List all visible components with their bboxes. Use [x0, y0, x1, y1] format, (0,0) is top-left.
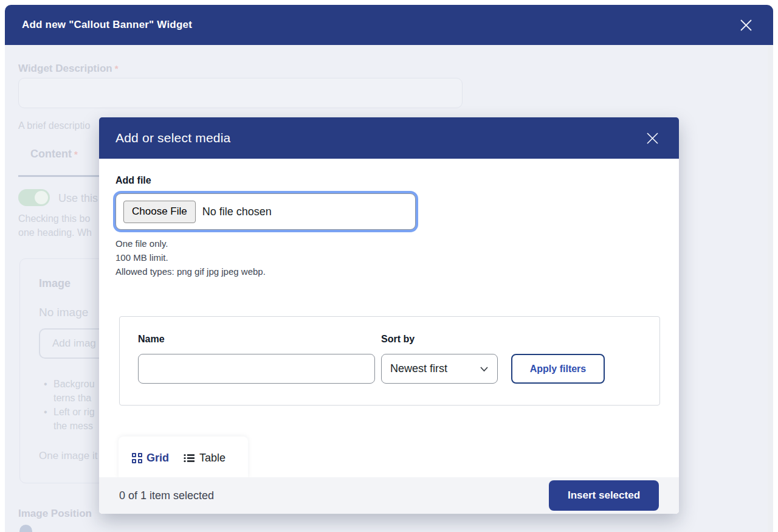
choose-file-button[interactable]: Choose File	[123, 201, 196, 223]
toggle-help-line2: one heading. Wh	[18, 227, 92, 238]
image-card-heading: Image	[39, 277, 71, 290]
grid-view-label: Grid	[146, 452, 169, 465]
radio-button	[19, 525, 32, 532]
table-view-button[interactable]: Table	[184, 452, 225, 465]
media-modal: Add or select media Add file Choose File…	[99, 117, 679, 514]
help-line: Allowed types: png gif jpg jpeg webp.	[115, 264, 266, 278]
widget-modal-title: Add new "Callout Banner" Widget	[22, 19, 192, 31]
name-filter-input[interactable]	[138, 354, 375, 384]
help-line: One file only.	[115, 237, 266, 250]
bullet-item: Left or rig the mess	[53, 405, 95, 433]
media-modal-title: Add or select media	[115, 131, 230, 145]
insert-selected-button[interactable]: Insert selected	[549, 480, 659, 511]
close-widget-modal-button[interactable]	[735, 15, 756, 35]
view-switcher: Grid Table	[119, 437, 248, 477]
bullet-item: Backgrou terns tha	[53, 377, 95, 405]
widget-modal-header: Add new "Callout Banner" Widget	[5, 5, 773, 45]
close-media-modal-button[interactable]	[642, 128, 663, 148]
file-status-text: No file chosen	[196, 206, 272, 218]
grid-view-button[interactable]: Grid	[132, 452, 169, 465]
page: Widget Description* A brief descriptio C…	[0, 0, 778, 532]
bullet-text: the mess	[53, 421, 93, 431]
selection-summary: 0 of 1 item selected	[119, 489, 214, 502]
bullet-text: Left or rig	[53, 407, 95, 417]
table-list-icon	[184, 454, 195, 463]
required-asterisk: *	[112, 63, 119, 74]
help-line: 100 MB limit.	[115, 250, 266, 264]
toggle-help-line1: Checking this bo	[18, 213, 90, 224]
media-modal-footer: 0 of 1 item selected Insert selected	[99, 477, 679, 514]
toggle-knob	[35, 191, 48, 204]
sort-select[interactable]: Newest first	[381, 354, 498, 384]
required-asterisk: *	[72, 149, 78, 159]
use-toggle-switch	[18, 189, 50, 206]
table-view-label: Table	[199, 452, 225, 465]
widget-description-help: A brief descriptio	[18, 120, 90, 131]
widget-description-input	[18, 78, 463, 108]
tab-underline	[18, 175, 103, 177]
close-icon	[645, 131, 660, 146]
use-toggle-label: Use this	[58, 192, 98, 205]
chevron-down-icon	[480, 366, 489, 372]
media-modal-body: Add file Choose File No file chosen One …	[99, 159, 679, 477]
filter-card: Name Sort by Newest first Apply filters	[119, 316, 660, 406]
widget-description-label: Widget Description*	[18, 63, 119, 75]
widget-description-label-text: Widget Description	[18, 63, 112, 74]
bullet-text: Backgrou	[53, 379, 95, 389]
file-upload-help: One file only. 100 MB limit. Allowed typ…	[115, 237, 266, 278]
add-file-label: Add file	[115, 175, 151, 186]
sort-selected-value: Newest first	[390, 362, 447, 375]
apply-filters-button[interactable]: Apply filters	[511, 354, 605, 384]
bullet-text: terns tha	[53, 393, 91, 403]
image-card-note: One image it	[39, 450, 97, 462]
media-modal-header: Add or select media	[99, 117, 679, 159]
close-icon	[738, 17, 754, 33]
name-filter-label: Name	[138, 334, 165, 345]
tab-content-label: Content	[30, 148, 72, 160]
image-position-label: Image Position	[18, 508, 92, 520]
no-image-text: No image	[39, 306, 88, 319]
tab-content: Content*	[30, 148, 78, 161]
grid-icon	[132, 453, 142, 463]
file-upload-input[interactable]: Choose File No file chosen	[115, 193, 416, 230]
scrollbar-track	[768, 45, 773, 532]
sort-by-label: Sort by	[381, 334, 415, 345]
